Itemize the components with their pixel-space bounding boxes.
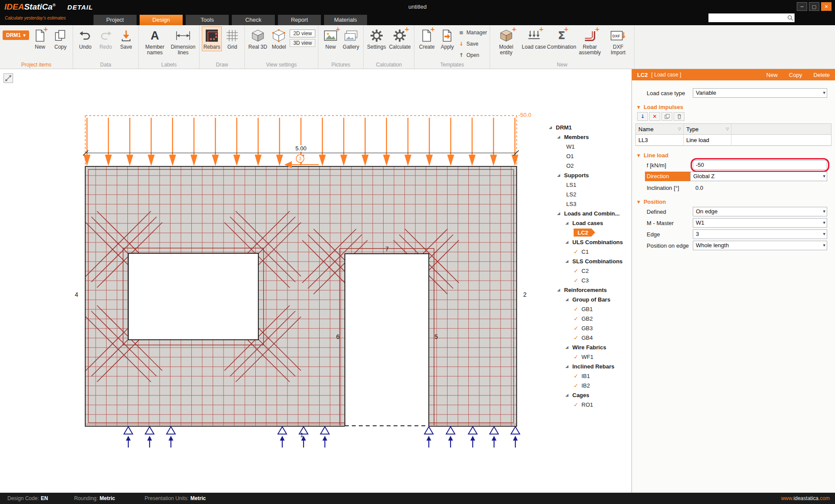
position-on-edge-select[interactable]: Whole length: [693, 241, 827, 250]
tree-item-ls2[interactable]: LS2: [546, 189, 629, 199]
expand-icon[interactable]: ◢: [557, 211, 563, 216]
collapse-icon[interactable]: ▼: [637, 200, 640, 204]
checkbox-checked-icon[interactable]: ✓: [574, 373, 581, 379]
expand-icon[interactable]: ◢: [565, 259, 571, 263]
model-entity-button[interactable]: Model entity: [493, 27, 520, 56]
dxf-import-button[interactable]: DXF DXF Import: [605, 27, 631, 56]
tree-item-cages[interactable]: ◢Cages: [546, 390, 629, 400]
defined-select[interactable]: On edge: [693, 207, 827, 216]
new-picture-button[interactable]: New: [321, 27, 340, 51]
load-case-type-select[interactable]: Variable: [693, 88, 827, 98]
column-type[interactable]: Type: [684, 124, 731, 134]
expand-icon[interactable]: ◢: [557, 173, 563, 177]
expand-icon[interactable]: ◢: [557, 135, 563, 139]
tree-item-members[interactable]: ◢Members: [546, 132, 629, 142]
f-value-input[interactable]: -50: [693, 160, 827, 170]
tree-item-ib1[interactable]: ✓IB1: [546, 371, 629, 381]
model-canvas-area[interactable]: -50.0 5.00 3 4 2 7 6 5 1: [0, 69, 631, 493]
tab-check[interactable]: Check: [232, 15, 275, 25]
tree-item-ib2[interactable]: ✓IB2: [546, 381, 629, 390]
expand-icon[interactable]: ◢: [565, 393, 571, 397]
view-3d-button[interactable]: 3D view: [290, 39, 315, 47]
tree-item-wire-fabrics[interactable]: ◢Wire Fabrics: [546, 342, 629, 352]
position-section[interactable]: ▼ Position: [637, 199, 832, 205]
tree-item-c3[interactable]: ✓C3: [546, 275, 629, 285]
gallery-button[interactable]: Gallery: [341, 27, 361, 51]
tab-materials[interactable]: Materials: [324, 15, 367, 25]
tab-design[interactable]: Design: [140, 15, 183, 25]
save-button[interactable]: Save: [117, 27, 136, 51]
load-case-button[interactable]: Load case: [521, 27, 547, 51]
line-load-section[interactable]: ▼ Line load: [637, 152, 832, 159]
expand-icon[interactable]: ◢: [565, 221, 571, 225]
tree-item-o1[interactable]: O1: [546, 151, 629, 161]
expand-icon[interactable]: ◢: [557, 288, 563, 292]
line-supports[interactable]: [124, 427, 520, 448]
tree-item-ls1[interactable]: LS1: [546, 180, 629, 189]
checkbox-checked-icon[interactable]: ✓: [574, 306, 581, 312]
delete-load-case-button[interactable]: Delete: [813, 72, 830, 78]
maximize-button[interactable]: ▢: [809, 2, 819, 11]
checkbox-checked-icon[interactable]: ✓: [574, 277, 581, 284]
project-selector-button[interactable]: DRM1 ▾: [3, 30, 29, 40]
tree-item-lc2[interactable]: LC2: [546, 228, 629, 237]
template-open-button[interactable]: ↑ Open: [458, 52, 487, 59]
tab-report[interactable]: Report: [278, 15, 321, 25]
search-input[interactable]: [708, 14, 786, 22]
dimension-lines-button[interactable]: Dimension lines: [170, 27, 197, 56]
inclination-value[interactable]: 0.0: [693, 185, 827, 191]
expand-icon[interactable]: ◢: [549, 125, 555, 129]
project-copy-button[interactable]: Copy: [51, 27, 70, 51]
tree-item-supports[interactable]: ◢Supports: [546, 170, 629, 180]
tree-item-uls-combinations[interactable]: ◢ULS Combinations: [546, 237, 629, 247]
tree-item-inclined-rebars[interactable]: ◢Inclined Rebars: [546, 361, 629, 371]
settings-button[interactable]: Settings: [366, 27, 387, 51]
member-names-button[interactable]: A Member names: [141, 27, 168, 56]
search-box[interactable]: [708, 13, 795, 22]
table-row[interactable]: LL3 Line load: [636, 135, 831, 146]
project-new-button[interactable]: New: [30, 27, 50, 51]
window-opening[interactable]: [123, 248, 264, 345]
view-2d-button[interactable]: 2D view: [290, 30, 315, 37]
tree-item-ro1[interactable]: ✓RO1: [546, 400, 629, 409]
website-link[interactable]: www.ideastatica.com: [781, 495, 830, 501]
checkbox-checked-icon[interactable]: ✓: [574, 401, 581, 408]
tree-item-gb3[interactable]: ✓GB3: [546, 323, 629, 333]
tree-item-w1[interactable]: W1: [546, 142, 629, 151]
tree-item-c1[interactable]: ✓C1: [546, 247, 629, 256]
collapse-icon[interactable]: ▼: [637, 105, 640, 109]
minimize-button[interactable]: −: [797, 2, 807, 11]
model-view-button[interactable]: Model: [269, 27, 288, 51]
real-3d-button[interactable]: Real 3D: [247, 27, 268, 51]
tree-item-group-of-bars[interactable]: ◢Group of Bars: [546, 295, 629, 304]
expand-icon[interactable]: ◢: [565, 364, 571, 368]
tree-item-gb4[interactable]: ✓GB4: [546, 333, 629, 342]
expand-icon[interactable]: ◢: [565, 345, 571, 349]
new-load-case-button[interactable]: New: [766, 72, 778, 78]
template-save-button[interactable]: ↓ Save: [458, 40, 487, 47]
rebars-button[interactable]: Rebars: [202, 27, 221, 51]
model-drawing[interactable]: -50.0 5.00 3 4 2 7 6 5 1: [0, 69, 631, 493]
delete-load-impulse-button[interactable]: ✕: [649, 112, 660, 121]
pan-control-icon[interactable]: [3, 73, 13, 83]
create-template-button[interactable]: Create: [417, 27, 436, 51]
column-name[interactable]: Name: [636, 124, 684, 134]
tab-project[interactable]: Project: [94, 15, 137, 25]
tree-item-sls-combinations[interactable]: ◢SLS Combinations: [546, 256, 629, 266]
tree-item-wf1[interactable]: ✓WF1: [546, 352, 629, 361]
expand-icon[interactable]: ◢: [565, 240, 571, 244]
calculate-button[interactable]: Calculate: [388, 27, 411, 51]
checkbox-checked-icon[interactable]: ✓: [574, 325, 581, 332]
tree-item-gb1[interactable]: ✓GB1: [546, 304, 629, 314]
checkbox-checked-icon[interactable]: ✓: [574, 335, 581, 341]
redo-button[interactable]: Redo: [96, 27, 115, 51]
checkbox-checked-icon[interactable]: ✓: [574, 382, 581, 389]
rebar-assembly-button[interactable]: Rebar assembly: [576, 27, 603, 56]
template-manager-button[interactable]: ≡ Manager: [458, 29, 487, 36]
line-load[interactable]: -50.0: [84, 112, 531, 166]
tab-tools[interactable]: Tools: [186, 15, 229, 25]
door-opening[interactable]: [340, 249, 434, 427]
direction-select[interactable]: Global Z: [690, 172, 827, 181]
collapse-icon[interactable]: ▼: [637, 153, 640, 158]
remove-load-impulse-button[interactable]: [674, 112, 685, 121]
